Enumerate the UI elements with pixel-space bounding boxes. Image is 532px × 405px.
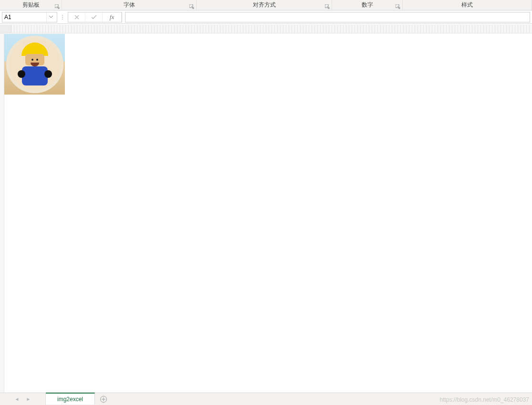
name-box-input[interactable] [2, 12, 46, 22]
ribbon-group-font: 字体 [62, 0, 197, 10]
separator [60, 15, 65, 20]
fx-label: fx [110, 13, 114, 21]
dialog-launcher-icon[interactable] [396, 4, 400, 9]
select-all-corner[interactable] [0, 25, 11, 33]
formula-bar: fx [0, 11, 532, 24]
insert-function-button[interactable]: fx [103, 12, 122, 22]
cells-canvas[interactable] [4, 33, 532, 393]
ribbon-group-label: 剪贴板 [22, 1, 40, 8]
row-headers[interactable] [0, 33, 4, 393]
embedded-picture[interactable] [4, 34, 65, 95]
close-icon [74, 14, 80, 20]
ribbon-group-number: 数字 [332, 0, 403, 10]
column-headers[interactable] [0, 25, 532, 33]
confirm-button[interactable] [85, 12, 103, 22]
ribbon-group-labels: 剪贴板 字体 对齐方式 数字 样式 [0, 0, 532, 11]
tiny-columns[interactable] [11, 25, 532, 33]
ribbon-group-clipboard: 剪贴板 [0, 0, 62, 10]
sheet-area [0, 33, 532, 393]
sheet-nav-next[interactable]: ► [26, 396, 31, 402]
dialog-launcher-icon[interactable] [55, 4, 60, 9]
sheet-tab-strip: ◄ ► img2excel https://blog.csdn.net/m0_4… [0, 393, 532, 405]
sheet-tab-label: img2excel [57, 396, 83, 403]
formula-input[interactable] [125, 12, 530, 22]
dialog-launcher-icon[interactable] [189, 4, 194, 9]
cancel-button[interactable] [68, 12, 85, 22]
picture-background [4, 34, 65, 95]
name-box[interactable] [2, 12, 57, 22]
plus-circle-icon [100, 395, 107, 403]
check-icon [91, 14, 97, 20]
sheet-tab-active[interactable]: img2excel [46, 393, 95, 405]
ribbon-group-styles: 样式 [403, 0, 532, 10]
formula-buttons: fx [68, 12, 122, 22]
ribbon-group-label: 样式 [461, 1, 473, 8]
chevron-down-icon [49, 16, 53, 18]
ribbon-group-align: 对齐方式 [197, 0, 332, 10]
sheet-nav: ◄ ► [0, 393, 46, 405]
ribbon-group-label: 字体 [124, 1, 135, 8]
watermark-text: https://blog.csdn.net/m0_46278037 [440, 396, 529, 403]
add-sheet-button[interactable] [95, 393, 112, 405]
sheet-nav-prev[interactable]: ◄ [15, 396, 20, 402]
avatar-circle [6, 36, 63, 93]
name-box-dropdown[interactable] [46, 12, 55, 22]
ribbon-group-label: 对齐方式 [253, 1, 276, 8]
dog-minion-illustration [9, 39, 61, 90]
dialog-launcher-icon[interactable] [325, 4, 330, 9]
ribbon-group-label: 数字 [362, 1, 373, 8]
